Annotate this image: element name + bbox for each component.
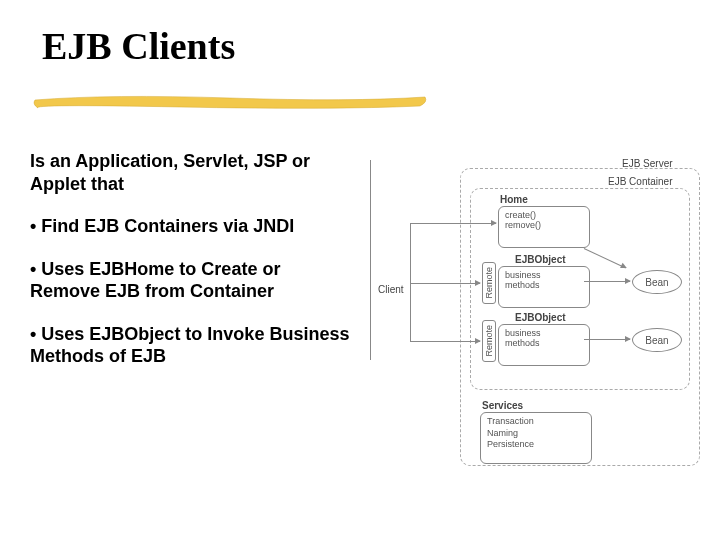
bullet-2: • Uses EJBHome to Create or Remove EJB f… [30, 258, 350, 303]
label-client: Client [378, 284, 404, 295]
bullet-3: • Uses EJBObject to Invoke Business Meth… [30, 323, 350, 368]
subtitle: Is an Application, Servlet, JSP or Apple… [30, 150, 350, 195]
remote-tab-1: Remote [482, 262, 496, 304]
label-services: Services [482, 400, 523, 411]
arrow-client-home [410, 223, 496, 224]
page-title: EJB Clients [42, 24, 235, 68]
bean-2: Bean [632, 328, 682, 352]
label-ejb-container: EJB Container [608, 176, 672, 187]
diagram-divider [370, 160, 371, 360]
ejbobject-box-1: business methods [498, 266, 590, 308]
client-vline [410, 223, 411, 341]
arrow-obj-bean2 [584, 339, 630, 340]
content-area: Is an Application, Servlet, JSP or Apple… [30, 150, 350, 388]
services-box: Transaction Naming Persistence [480, 412, 592, 464]
arrow-client-obj2 [410, 341, 480, 342]
remote-tab-2: Remote [482, 320, 496, 362]
arrow-obj-bean1 [584, 281, 630, 282]
ejbobject-box-2: business methods [498, 324, 590, 366]
arrow-client-obj1 [410, 283, 480, 284]
label-ejbobject-2: EJBObject [515, 312, 566, 323]
home-box: create() remove() [498, 206, 590, 248]
bean-1: Bean [632, 270, 682, 294]
bullet-1: • Find EJB Containers via JNDI [30, 215, 350, 238]
title-underline [30, 92, 430, 114]
label-ejbobject-1: EJBObject [515, 254, 566, 265]
ejb-diagram: EJB Server EJB Container Client Home cre… [370, 160, 708, 480]
label-home: Home [500, 194, 528, 205]
